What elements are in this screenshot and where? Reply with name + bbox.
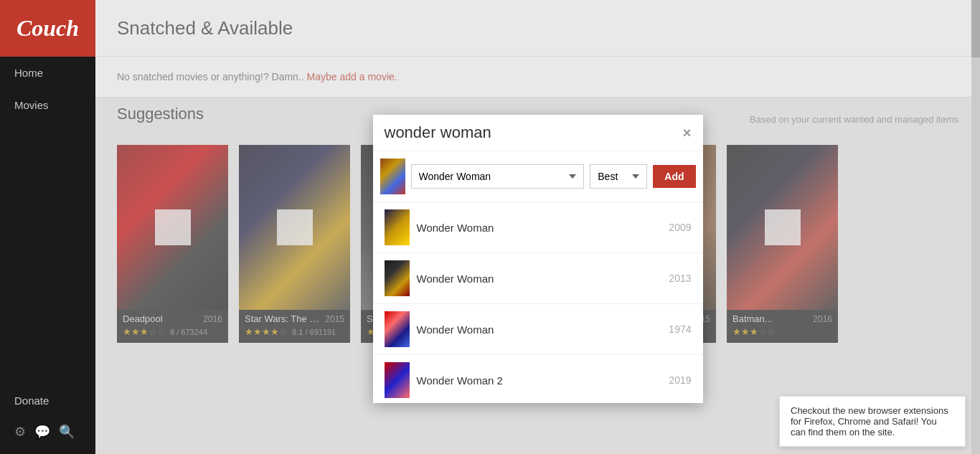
app-logo: Couch	[17, 15, 79, 42]
result-thumbnail	[385, 260, 410, 296]
movie-thumbnail-preview	[380, 159, 405, 194]
search-icon[interactable]: 🔍	[59, 424, 75, 440]
result-title: Wonder Woman 2	[417, 374, 662, 387]
result-thumbnail	[385, 311, 410, 347]
gear-icon[interactable]: ⚙	[14, 424, 26, 440]
result-title: Wonder Woman	[417, 323, 662, 336]
sidebar-item-movies[interactable]: Movies	[0, 89, 95, 121]
search-close-button[interactable]: ×	[683, 125, 692, 141]
result-title: Wonder Woman	[417, 222, 662, 234]
search-overlay: wonder woman × Wonder Woman Wonder Woman…	[95, 0, 980, 454]
result-thumbnail	[385, 209, 410, 245]
search-modal: wonder woman × Wonder Woman Wonder Woman…	[373, 115, 703, 403]
search-result-item[interactable]: Wonder Woman 2 2019	[373, 355, 703, 403]
main-content: Snatched & Available No snatched movies …	[95, 0, 980, 454]
search-results-list: Wonder Woman 2009 Wonder Woman 2013 Wond…	[373, 202, 703, 403]
chat-icon[interactable]: 💬	[34, 424, 50, 440]
result-year: 2019	[669, 374, 691, 386]
sidebar-bottom-icons: ⚙ 💬 🔍	[0, 417, 95, 447]
result-year: 2013	[669, 273, 691, 284]
sidebar: Couch Home Movies Donate ⚙ 💬 🔍	[0, 0, 95, 454]
search-result-item[interactable]: Wonder Woman 1974	[373, 304, 703, 355]
result-thumbnail	[385, 362, 410, 398]
search-result-item[interactable]: Wonder Woman 2009	[373, 202, 703, 253]
quality-select-dropdown[interactable]: Best 1080p 720p SD	[590, 164, 647, 189]
add-movie-button[interactable]: Add	[653, 165, 695, 188]
search-query-display: wonder woman	[385, 123, 491, 142]
result-year: 1974	[669, 323, 691, 335]
sidebar-item-donate[interactable]: Donate	[0, 384, 95, 417]
logo-area[interactable]: Couch	[0, 0, 95, 57]
tooltip-text: Checkout the new browser extensions for …	[791, 405, 948, 438]
sidebar-bottom: Donate ⚙ 💬 🔍	[0, 384, 95, 454]
sidebar-item-home[interactable]: Home	[0, 57, 95, 89]
movie-select-dropdown[interactable]: Wonder Woman Wonder Woman (2017)	[411, 164, 585, 189]
search-header: wonder woman ×	[373, 115, 703, 151]
result-year: 2009	[669, 222, 691, 233]
result-title: Wonder Woman	[417, 273, 662, 285]
search-controls: Wonder Woman Wonder Woman (2017) Best 10…	[373, 151, 703, 202]
browser-extension-tooltip: Checkout the new browser extensions for …	[779, 396, 966, 447]
search-result-item[interactable]: Wonder Woman 2013	[373, 253, 703, 304]
